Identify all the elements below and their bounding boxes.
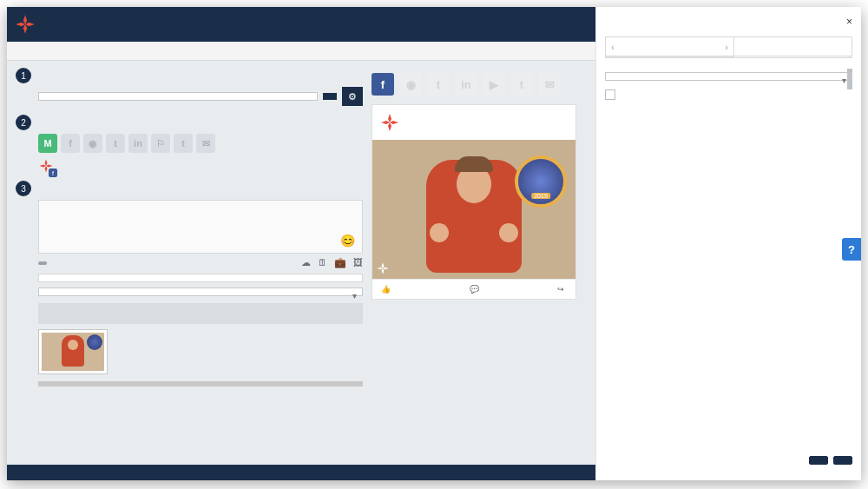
- cancel-button[interactable]: [809, 456, 828, 465]
- profile-linkedin-icon[interactable]: in: [128, 134, 148, 153]
- character-count-badge: [38, 261, 47, 265]
- media-thumbnail[interactable]: [38, 329, 108, 374]
- profile-tumblr-icon[interactable]: t: [174, 134, 193, 153]
- profile-pinterest-icon[interactable]: ◉: [83, 134, 102, 153]
- timezone-select[interactable]: [605, 72, 852, 81]
- media-dropzone[interactable]: [38, 303, 363, 324]
- time-scrollbar[interactable]: [847, 56, 852, 57]
- emoji-icon[interactable]: 😊: [340, 234, 355, 248]
- calendar-icon[interactable]: 🗓: [318, 257, 327, 268]
- svg-marker-10: [381, 121, 390, 124]
- preview-pinterest-tab[interactable]: ◉: [399, 73, 422, 96]
- calendar: ‹ ›: [606, 37, 734, 57]
- preview-image: [372, 140, 575, 279]
- prev-month-icon[interactable]: ‹: [611, 42, 615, 52]
- preview-facebook-tab[interactable]: f: [372, 73, 394, 96]
- next-month-icon[interactable]: ›: [725, 42, 728, 52]
- profile-twitter-icon[interactable]: t: [106, 134, 125, 153]
- selected-profile-avatar[interactable]: [38, 158, 54, 174]
- svg-marker-6: [40, 165, 47, 168]
- step-2-badge: 2: [16, 115, 31, 130]
- preview-youtube-tab[interactable]: ▶: [483, 73, 505, 96]
- close-icon[interactable]: ×: [846, 16, 852, 28]
- profile-wechat-icon[interactable]: ✉: [196, 134, 215, 153]
- svg-marker-1: [23, 24, 27, 34]
- email-checkbox[interactable]: [605, 89, 615, 100]
- svg-marker-4: [45, 160, 48, 167]
- svg-marker-0: [23, 15, 27, 24]
- comment-button[interactable]: 💬: [470, 285, 482, 294]
- profile-facebook-icon[interactable]: f: [61, 134, 80, 153]
- schedule-panel: × ‹ ›: [595, 7, 861, 480]
- svg-marker-8: [388, 114, 391, 122]
- svg-marker-11: [390, 121, 398, 124]
- campaign-select[interactable]: [38, 92, 318, 101]
- campaign-settings-button[interactable]: ⚙: [342, 87, 363, 106]
- svg-marker-7: [46, 165, 53, 168]
- preview-tumblr-tab[interactable]: t: [510, 73, 533, 96]
- ok-button[interactable]: [833, 456, 852, 465]
- share-button[interactable]: ↪: [557, 285, 567, 294]
- profile-flag-icon[interactable]: ⚐: [151, 134, 170, 153]
- time-header: [734, 37, 852, 56]
- time-picker: [734, 37, 852, 57]
- svg-marker-12: [382, 262, 385, 268]
- preview-linkedin-tab[interactable]: in: [455, 73, 477, 96]
- preview-avatar: [379, 112, 400, 133]
- step-1-badge: 1: [16, 68, 31, 83]
- preview-wechat-tab[interactable]: ✉: [538, 73, 561, 96]
- briefcase-icon[interactable]: 💼: [334, 257, 346, 268]
- preview-twitter-tab[interactable]: t: [427, 73, 450, 96]
- thumb-scrollbar[interactable]: [38, 381, 363, 387]
- compose-column: 1 ⚙ 2 M f ◉ t in ⚐ t ✉ 3 😊: [7, 61, 372, 465]
- social-profile-picker: M f ◉ t in ⚐ t ✉: [38, 134, 363, 153]
- svg-marker-15: [383, 268, 389, 270]
- profile-m-icon[interactable]: M: [38, 134, 57, 153]
- hashtags-select[interactable]: [38, 287, 363, 296]
- create-campaign-button[interactable]: [323, 93, 337, 100]
- app-logo: [14, 13, 36, 36]
- svg-marker-9: [388, 122, 391, 131]
- image-icon[interactable]: 🖼: [353, 257, 363, 268]
- post-textarea[interactable]: 😊: [38, 200, 363, 254]
- help-tab[interactable]: ?: [842, 238, 861, 261]
- preview-post-card: 👍 💬 ↪: [372, 104, 576, 300]
- svg-marker-5: [45, 166, 48, 173]
- step-3-badge: 3: [16, 181, 31, 196]
- like-button[interactable]: 👍: [381, 285, 393, 294]
- cloud-icon[interactable]: ☁: [301, 257, 311, 268]
- svg-marker-2: [16, 23, 25, 26]
- svg-marker-14: [377, 268, 383, 270]
- svg-marker-13: [382, 268, 385, 274]
- link-input[interactable]: [38, 274, 363, 282]
- svg-marker-3: [25, 23, 35, 26]
